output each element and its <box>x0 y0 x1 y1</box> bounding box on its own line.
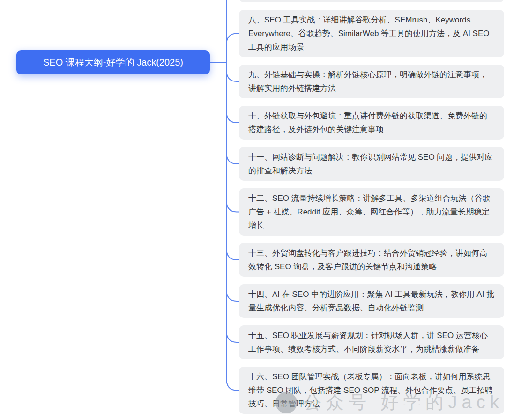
topic-node-10[interactable]: 十、外链获取与外包避坑：重点讲付费外链的获取渠道、免费外链的搭建路径，及外链外包… <box>239 106 504 140</box>
topic-node-partial-top[interactable] <box>239 0 504 2</box>
topic-node-14[interactable]: 十四、AI 在 SEO 中的进阶应用：聚焦 AI 工具最新玩法，教你用 AI 批… <box>239 284 504 318</box>
topic-node-12[interactable]: 十二、SEO 流量持续增长策略：讲解多工具、多渠道组合玩法（谷歌广告 + 社媒、… <box>239 188 504 236</box>
topic-node-13[interactable]: 十三、外贸询盘转化与客户跟进技巧：结合外贸销冠经验，讲如何高效转化 SEO 询盘… <box>239 243 504 277</box>
root-node[interactable]: SEO 课程大纲-好学的 Jack(2025) <box>16 50 210 74</box>
topic-node-15[interactable]: 十五、SEO 职业发展与薪资规划：针对职场人群，讲 SEO 运营核心工作事项、绩… <box>239 325 504 359</box>
root-node-label: SEO 课程大纲-好学的 Jack(2025) <box>43 56 183 69</box>
topic-node-16[interactable]: 十六、SEO 团队管理实战（老板专属）：面向老板，讲如何用系统思维带 SEO 团… <box>239 367 504 414</box>
mindmap-canvas: SEO 课程大纲-好学的 Jack(2025) 八、SEO 工具实战：详细讲解谷… <box>0 0 506 420</box>
topic-list: 八、SEO 工具实战：详细讲解谷歌分析、SEMrush、Keywords Eve… <box>239 0 504 414</box>
topic-node-8[interactable]: 八、SEO 工具实战：详细讲解谷歌分析、SEMrush、Keywords Eve… <box>239 10 504 57</box>
topic-node-9[interactable]: 九、外链基础与实操：解析外链核心原理，明确做外链的注意事项，讲解实用的外链搭建方… <box>239 65 504 98</box>
topic-node-11[interactable]: 十一、网站诊断与问题解决：教你识别网站常见 SEO 问题，提供对应的排查和解决方… <box>239 147 504 181</box>
